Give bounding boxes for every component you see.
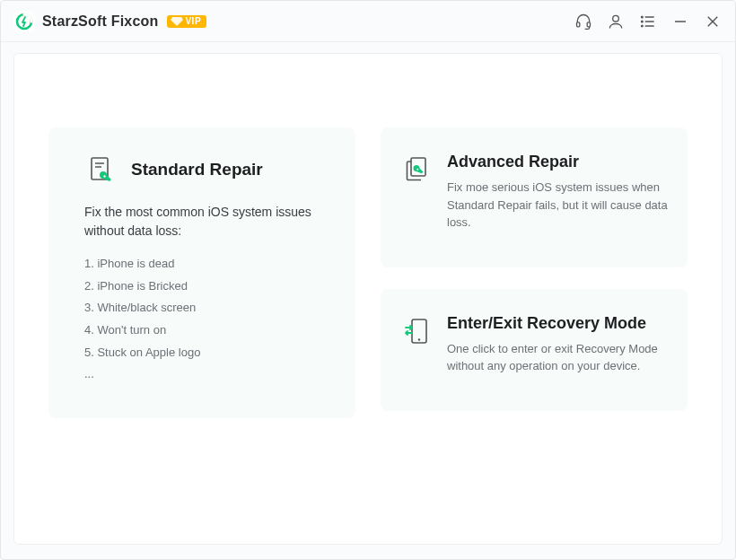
minimize-button[interactable] [670, 12, 690, 31]
logo-icon [15, 13, 33, 31]
main-content: Standard Repair Fix the most common iOS … [13, 53, 723, 545]
svg-rect-1 [577, 22, 580, 26]
standard-repair-card[interactable]: Standard Repair Fix the most common iOS … [48, 127, 355, 418]
app-window: StarzSoft Fixcon VIP [0, 0, 736, 560]
close-button[interactable] [703, 12, 723, 31]
standard-card-header: Standard Repair [84, 153, 323, 187]
document-wrench-icon [85, 153, 118, 186]
svg-point-18 [416, 169, 418, 171]
vip-label: VIP [185, 16, 201, 26]
svg-point-3 [613, 15, 619, 22]
advanced-repair-title: Advanced Repair [447, 153, 668, 171]
list-item: 4. Won't turn on [84, 319, 323, 342]
list-item: 1. iPhone is dead [84, 253, 323, 276]
phone-sync-icon [401, 315, 434, 347]
standard-repair-intro: Fix the most common iOS system issues wi… [84, 203, 323, 241]
svg-point-4 [642, 16, 644, 18]
recovery-mode-card[interactable]: Enter/Exit Recovery Mode One click to en… [381, 289, 688, 411]
list-item: 3. White/black screen [84, 297, 323, 319]
list-item: 5. Stuck on Apple logo [84, 342, 323, 364]
svg-point-16 [103, 175, 105, 177]
svg-point-20 [418, 338, 420, 340]
support-button[interactable] [574, 12, 593, 31]
recovery-mode-title: Enter/Exit Recovery Mode [447, 314, 668, 333]
advanced-card-header: Advanced Repair Fix moe serious iOS syst… [400, 153, 668, 232]
documents-wrench-icon [401, 153, 434, 186]
menu-list-icon [639, 13, 657, 31]
close-icon [705, 13, 721, 30]
vip-badge[interactable]: VIP [167, 15, 206, 28]
account-button[interactable] [606, 12, 626, 31]
vip-diamond-icon [171, 16, 183, 27]
minimize-icon [672, 13, 688, 30]
app-title: StarzSoft Fixcon [42, 13, 158, 30]
advanced-repair-card[interactable]: Advanced Repair Fix moe serious iOS syst… [381, 127, 688, 267]
standard-repair-title: Standard Repair [131, 160, 263, 179]
advanced-repair-icon [400, 153, 434, 187]
menu-button[interactable] [638, 12, 658, 31]
recovery-mode-desc: One click to enter or exit Recovery Mode… [447, 340, 668, 375]
standard-repair-icon [84, 153, 118, 187]
titlebar-controls [574, 12, 723, 31]
advanced-repair-desc: Fix moe serious iOS system issues when S… [447, 179, 668, 232]
headset-icon [574, 13, 592, 31]
left-column: Standard Repair Fix the most common iOS … [48, 127, 355, 508]
list-item: ... [84, 363, 323, 386]
standard-issue-list: 1. iPhone is dead 2. iPhone is Bricked 3… [84, 253, 323, 386]
svg-rect-2 [587, 22, 590, 26]
recovery-mode-icon [400, 314, 434, 348]
person-icon [607, 13, 625, 31]
right-column: Advanced Repair Fix moe serious iOS syst… [381, 127, 688, 508]
list-item: 2. iPhone is Bricked [84, 276, 323, 298]
svg-point-8 [642, 25, 644, 27]
app-logo [13, 11, 35, 32]
svg-point-6 [642, 21, 644, 22]
titlebar: StarzSoft Fixcon VIP [1, 1, 735, 42]
recovery-card-header: Enter/Exit Recovery Mode One click to en… [400, 314, 668, 375]
